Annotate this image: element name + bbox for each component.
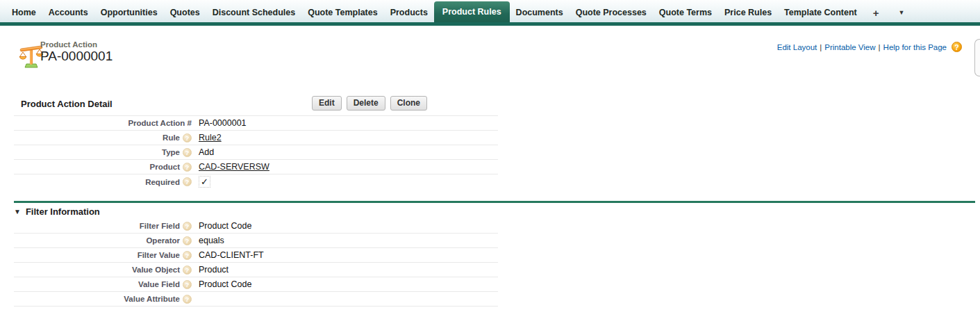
field-row-filter-value: Filter Value? CAD-CLIENT-FT: [14, 248, 498, 263]
tab-quote-terms[interactable]: Quote Terms: [653, 3, 718, 22]
field-help-icon[interactable]: ?: [183, 251, 192, 260]
delete-button[interactable]: Delete: [347, 96, 385, 111]
field-help-icon[interactable]: ?: [183, 280, 192, 289]
field-label: Rule: [163, 133, 180, 142]
tab-bar: Home Accounts Opportunities Quotes Disco…: [0, 0, 980, 26]
product-action-number-value: PA-0000001: [199, 118, 247, 128]
field-row-value-field: Value Field? Product Code: [14, 277, 498, 292]
field-row-product-action-number: Product Action # PA-0000001: [14, 116, 498, 131]
field-label: Value Field: [138, 280, 180, 288]
field-row-value-object: Value Object? Product: [14, 263, 498, 277]
object-type-label: Product Action: [40, 40, 97, 49]
clone-button[interactable]: Clone: [390, 96, 427, 111]
printable-view-link[interactable]: Printable View: [824, 43, 875, 51]
tab-accounts[interactable]: Accounts: [42, 3, 94, 22]
tab-quote-templates[interactable]: Quote Templates: [301, 3, 383, 22]
tab-products[interactable]: Products: [384, 3, 434, 22]
tab-overflow-chevron-icon[interactable]: ▼: [889, 3, 915, 22]
filter-value-value: CAD-CLIENT-FT: [199, 250, 264, 260]
product-link[interactable]: CAD-SERVERSW: [199, 162, 269, 172]
filter-section-title: Filter Information: [26, 206, 100, 217]
tab-product-rules[interactable]: Product Rules: [434, 1, 510, 22]
add-tab-icon[interactable]: +: [863, 3, 889, 22]
field-row-value-attribute: Value Attribute?: [14, 292, 498, 307]
collapse-caret-icon[interactable]: ▼: [14, 208, 21, 215]
filter-field-value: Product Code: [199, 221, 251, 231]
field-row-operator: Operator? equals: [14, 234, 498, 248]
field-label: Value Object: [132, 266, 180, 274]
field-label: Filter Field: [140, 222, 180, 230]
rule-link[interactable]: Rule2: [199, 133, 222, 142]
tab-strip: Home Accounts Opportunities Quotes Disco…: [6, 1, 980, 22]
field-row-required: Required? ✓: [14, 174, 498, 189]
sidebar-collapse-handle[interactable]: [974, 39, 980, 76]
filter-section-header[interactable]: ▼ Filter Information: [14, 206, 975, 217]
edit-layout-link[interactable]: Edit Layout: [777, 43, 817, 51]
tab-discount-schedules[interactable]: Discount Schedules: [206, 3, 301, 22]
field-help-icon[interactable]: ?: [183, 222, 192, 231]
field-help-icon[interactable]: ?: [183, 133, 192, 142]
help-icon[interactable]: ?: [952, 42, 962, 52]
tab-price-rules[interactable]: Price Rules: [718, 3, 778, 22]
tab-home[interactable]: Home: [6, 3, 42, 22]
field-label: Filter Value: [138, 251, 180, 259]
field-help-icon[interactable]: ?: [183, 295, 192, 304]
value-field-value: Product Code: [199, 279, 251, 289]
field-label: Value Attribute: [124, 295, 180, 303]
tab-documents[interactable]: Documents: [510, 3, 570, 22]
field-row-rule: Rule? Rule2: [14, 131, 498, 145]
detail-section-title: Product Action Detail: [21, 99, 113, 109]
field-row-filter-field: Filter Field? Product Code: [14, 219, 498, 234]
field-label: Required: [145, 178, 180, 186]
help-for-this-page-link[interactable]: Help for this Page: [883, 43, 947, 51]
field-help-icon[interactable]: ?: [183, 148, 192, 157]
type-value: Add: [199, 147, 214, 157]
filter-field-table: Filter Field? Product Code Operator? equ…: [14, 219, 498, 307]
link-separator: |: [879, 43, 881, 51]
detail-field-table: Product Action # PA-0000001 Rule? Rule2 …: [14, 115, 498, 189]
tab-bar-accent: [0, 22, 980, 26]
value-object-value: Product: [199, 265, 229, 275]
page-title: PA-0000001: [40, 49, 113, 64]
detail-buttons: Edit Delete Clone: [312, 96, 427, 111]
tab-quote-processes[interactable]: Quote Processes: [570, 3, 653, 22]
required-checkbox-checked-icon: ✓: [199, 176, 210, 188]
field-label: Operator: [146, 236, 180, 245]
tab-template-content[interactable]: Template Content: [778, 3, 863, 22]
tab-quotes[interactable]: Quotes: [164, 3, 206, 22]
filter-information-section: ▼ Filter Information: [14, 201, 975, 217]
field-help-icon[interactable]: ?: [183, 266, 192, 275]
link-separator: |: [820, 43, 822, 51]
field-label: Type: [162, 148, 180, 156]
field-row-product: Product? CAD-SERVERSW: [14, 160, 498, 174]
field-help-icon[interactable]: ?: [183, 177, 192, 186]
field-label: Product Action #: [128, 119, 192, 127]
tab-opportunities[interactable]: Opportunities: [94, 3, 164, 22]
field-help-icon[interactable]: ?: [183, 163, 192, 172]
edit-button[interactable]: Edit: [312, 96, 342, 111]
operator-value: equals: [199, 236, 224, 245]
page-action-links: Edit Layout | Printable View | Help for …: [777, 42, 962, 52]
field-label: Product: [150, 163, 180, 171]
field-help-icon[interactable]: ?: [183, 236, 192, 245]
field-row-type: Type? Add: [14, 145, 498, 160]
